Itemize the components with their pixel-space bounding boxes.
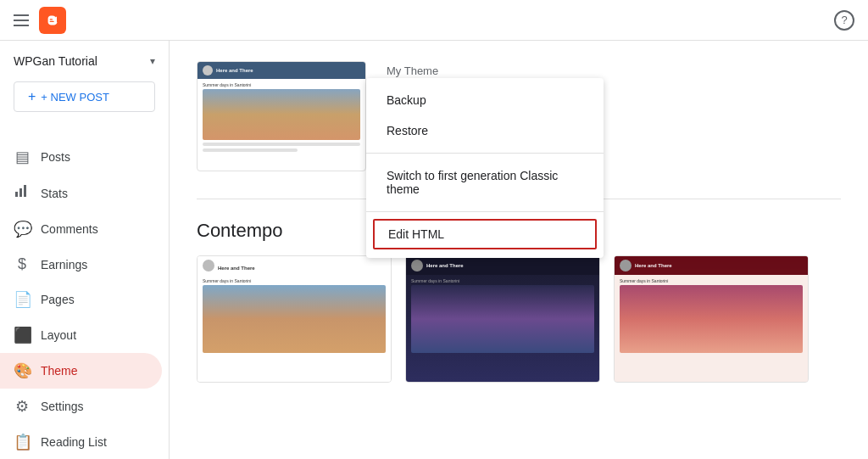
- sidebar-item-layout[interactable]: ⬛ Layout: [0, 317, 162, 353]
- card-post-title-light: Summer days in Santorini: [203, 278, 386, 283]
- earnings-label: Earnings: [41, 258, 87, 271]
- svg-rect-1: [50, 20, 54, 21]
- blogger-logo: [39, 7, 66, 34]
- card-post-title-dark: Summer days in Santorini: [411, 278, 594, 283]
- sidebar-item-comments[interactable]: 💬 Comments: [0, 211, 162, 247]
- card-img-dark: [411, 285, 594, 353]
- card-avatar-light: [203, 260, 214, 271]
- card-blog-name-dark: Here and There: [426, 263, 594, 268]
- header-left: [14, 7, 66, 34]
- dropdown-edit-html[interactable]: Edit HTML: [373, 219, 597, 249]
- theme-card-red[interactable]: Here and There Summer days in Santorini: [614, 255, 809, 383]
- plus-icon: +: [28, 89, 36, 104]
- my-theme-section: Here and There Summer days in Santorini …: [197, 61, 841, 171]
- preview-header: Here and There: [198, 62, 365, 79]
- main-inner: Here and There Summer days in Santorini …: [170, 41, 868, 403]
- dropdown-backup[interactable]: Backup: [366, 85, 604, 115]
- card-avatar-red: [620, 260, 632, 271]
- new-post-label: + NEW POST: [41, 91, 109, 104]
- theme-preview-container: Here and There Summer days in Santorini …: [197, 61, 366, 171]
- card-img-light: [203, 285, 386, 353]
- dropdown-menu: Backup Restore Switch to first generatio…: [366, 78, 604, 258]
- stats-label: Stats: [41, 187, 68, 200]
- pages-label: Pages: [41, 293, 75, 306]
- dropdown-divider: [366, 153, 604, 154]
- settings-icon: ⚙: [14, 397, 31, 416]
- blog-name: WPGan Tutorial: [14, 54, 97, 68]
- posts-icon: ▤: [14, 148, 31, 166]
- comments-label: Comments: [41, 222, 98, 236]
- card-header-light: Here and There: [198, 256, 391, 275]
- blog-selector[interactable]: WPGan Tutorial ▾: [0, 48, 169, 75]
- card-body-light: Summer days in Santorini: [198, 275, 391, 382]
- reading-list-label: Reading List: [41, 435, 107, 449]
- theme-label: Theme: [41, 364, 78, 378]
- sidebar-item-pages[interactable]: 📄 Pages: [0, 282, 162, 317]
- stats-icon: [14, 183, 31, 203]
- card-header-red: Here and There: [615, 256, 808, 275]
- svg-rect-0: [50, 19, 53, 20]
- sidebar: WPGan Tutorial ▾ + + NEW POST ▤ Posts St…: [0, 41, 170, 459]
- card-title-dark: Here and There: [426, 263, 594, 268]
- new-post-button[interactable]: + + NEW POST: [14, 81, 155, 112]
- sidebar-item-theme[interactable]: 🎨 Theme: [0, 353, 162, 389]
- svg-rect-2: [15, 192, 18, 197]
- card-img-red: [620, 285, 803, 353]
- card-title-light: Here and There: [218, 261, 386, 271]
- layout: WPGan Tutorial ▾ + + NEW POST ▤ Posts St…: [0, 41, 868, 459]
- preview-image: [203, 89, 360, 140]
- pages-icon: 📄: [14, 290, 31, 309]
- preview-body: Summer days in Santorini: [198, 79, 365, 158]
- svg-rect-4: [24, 185, 26, 197]
- card-body-dark: Summer days in Santorini: [406, 275, 599, 382]
- layout-label: Layout: [41, 328, 76, 342]
- posts-label: Posts: [41, 150, 70, 164]
- sidebar-item-stats[interactable]: Stats: [0, 175, 162, 211]
- theme-icon: 🎨: [14, 361, 31, 380]
- header: ?: [0, 0, 868, 41]
- themes-grid: Here and There Summer days in Santorini: [197, 255, 841, 383]
- preview-avatar: [203, 65, 213, 76]
- main-content: Here and There Summer days in Santorini …: [170, 41, 868, 459]
- card-title-red: Here and There: [635, 263, 803, 268]
- theme-card-dark[interactable]: Here and There Summer days in Santorini: [405, 255, 600, 383]
- dropdown-divider-2: [366, 211, 604, 212]
- layout-icon: ⬛: [14, 326, 31, 344]
- theme-preview[interactable]: Here and There Summer days in Santorini: [197, 61, 366, 171]
- card-blog-name-red: Here and There: [635, 263, 803, 268]
- my-theme-label: My Theme: [387, 64, 506, 77]
- sidebar-item-earnings[interactable]: $ Earnings: [0, 247, 162, 282]
- reading-list-icon: 📋: [14, 433, 31, 451]
- comments-icon: 💬: [14, 220, 31, 238]
- dropdown-classic-theme[interactable]: Switch to first generation Classic theme: [366, 160, 604, 204]
- preview-text-2: [203, 148, 298, 152]
- sidebar-item-posts[interactable]: ▤ Posts: [0, 139, 162, 175]
- sidebar-item-settings[interactable]: ⚙ Settings: [0, 389, 162, 424]
- earnings-icon: $: [14, 255, 31, 273]
- hamburger-icon[interactable]: [14, 14, 29, 26]
- dropdown-restore[interactable]: Restore: [366, 115, 604, 146]
- card-header-dark: Here and There: [406, 256, 599, 275]
- chevron-down-icon: ▾: [150, 55, 155, 67]
- card-post-title-red: Summer days in Santorini: [620, 278, 803, 283]
- card-body-red: Summer days in Santorini: [615, 275, 808, 382]
- sidebar-item-reading-list[interactable]: 📋 Reading List: [0, 424, 162, 459]
- svg-rect-3: [19, 188, 22, 197]
- preview-post-title: Summer days in Santorini: [203, 82, 360, 87]
- settings-label: Settings: [41, 400, 84, 413]
- preview-text-1: [203, 143, 360, 146]
- card-avatar-dark: [411, 260, 423, 271]
- preview-blog-title: Here and There: [216, 68, 253, 73]
- theme-card-light[interactable]: Here and There Summer days in Santorini: [197, 255, 392, 383]
- card-blog-name-light: Here and There: [218, 266, 386, 271]
- help-icon[interactable]: ?: [834, 10, 854, 31]
